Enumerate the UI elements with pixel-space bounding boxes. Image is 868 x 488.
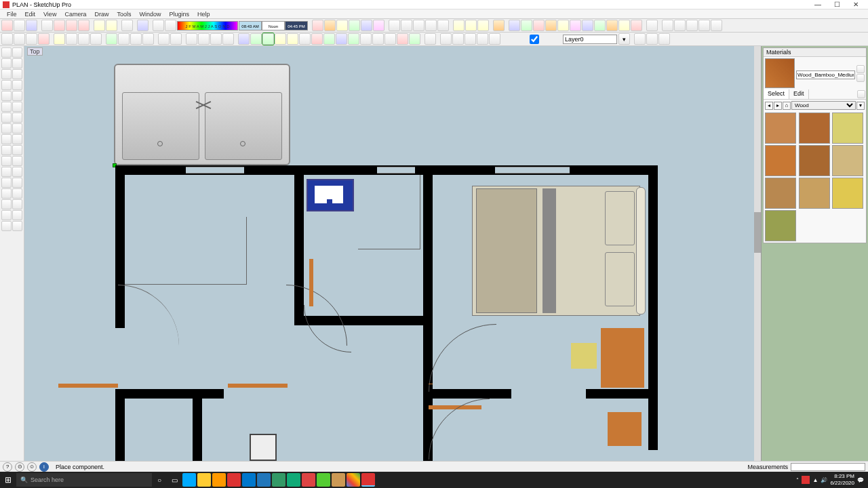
material-swatch[interactable] xyxy=(765,210,796,241)
solid-1-icon[interactable] xyxy=(646,20,658,31)
sphere-9-icon[interactable] xyxy=(606,20,618,31)
viewport[interactable]: Top Endpoint xyxy=(24,46,761,461)
material-swatch[interactable] xyxy=(832,145,863,176)
excel-icon[interactable] xyxy=(287,473,300,487)
solid-intersect-icon[interactable] xyxy=(698,20,710,31)
monochrome-icon[interactable] xyxy=(437,20,449,31)
orbit-icon[interactable] xyxy=(186,33,197,45)
layer-visible-checkbox[interactable] xyxy=(507,35,561,44)
rotate-tool-icon[interactable] xyxy=(1,113,12,123)
rect-icon[interactable] xyxy=(54,33,65,45)
outer-shell-icon[interactable] xyxy=(425,33,436,45)
globe-icon[interactable] xyxy=(493,20,505,31)
dimension-icon[interactable] xyxy=(311,33,323,45)
pan-icon[interactable] xyxy=(198,33,210,45)
top-icon[interactable] xyxy=(324,20,336,31)
previous-icon[interactable] xyxy=(465,20,477,31)
circle-tool-icon[interactable] xyxy=(1,80,12,90)
follow-me-icon[interactable] xyxy=(336,33,347,45)
menu-plugins[interactable]: Plugins xyxy=(165,11,193,18)
tray-network-icon[interactable]: ▲ xyxy=(812,477,818,483)
layer-select[interactable] xyxy=(563,35,617,44)
text-tool-icon[interactable] xyxy=(12,145,22,155)
redo-icon[interactable] xyxy=(106,20,117,31)
menu-tools[interactable]: Tools xyxy=(113,11,135,18)
sphere-11-icon[interactable] xyxy=(631,20,642,31)
sphere-10-icon[interactable] xyxy=(618,20,630,31)
open-icon[interactable] xyxy=(14,20,25,31)
geo-1-icon[interactable] xyxy=(634,33,646,45)
undo-icon[interactable] xyxy=(94,20,105,31)
zoom-ext-tool-icon[interactable] xyxy=(12,178,22,188)
eraser-tool-icon[interactable] xyxy=(1,58,12,68)
paint-icon[interactable] xyxy=(26,33,37,45)
cortana-icon[interactable]: ○ xyxy=(153,473,166,487)
line-tool-icon[interactable] xyxy=(12,69,22,79)
current-material-swatch[interactable] xyxy=(765,58,795,88)
polygon-icon[interactable] xyxy=(372,33,384,45)
scale-tool-icon[interactable] xyxy=(1,123,12,134)
material-swatch[interactable] xyxy=(832,113,863,144)
default-material-icon[interactable] xyxy=(856,74,865,82)
recorder-icon[interactable] xyxy=(227,473,241,487)
walk-tool-icon[interactable] xyxy=(1,210,12,220)
tray-app-icon[interactable] xyxy=(802,476,810,484)
menu-view[interactable]: View xyxy=(39,11,60,18)
copy-icon[interactable] xyxy=(54,20,65,31)
protractor-icon[interactable] xyxy=(323,33,335,45)
geo-3-icon[interactable] xyxy=(658,33,670,45)
material-swatch[interactable] xyxy=(832,178,863,209)
material-name-field[interactable] xyxy=(796,70,855,79)
minimize-button[interactable]: — xyxy=(808,0,827,9)
shaded-icon[interactable] xyxy=(413,20,425,31)
sphere-4-icon[interactable] xyxy=(545,20,557,31)
walk-icon[interactable] xyxy=(238,33,250,45)
vertical-scrollbar[interactable] xyxy=(754,46,761,461)
sphere-7-icon[interactable] xyxy=(582,20,593,31)
menu-camera[interactable]: Camera xyxy=(60,11,90,18)
start-button[interactable]: ⊞ xyxy=(0,472,16,488)
followme-tool-icon[interactable] xyxy=(12,113,22,123)
front-icon[interactable] xyxy=(336,20,348,31)
rotate-icon[interactable] xyxy=(130,33,142,45)
pan-tool-icon[interactable] xyxy=(12,167,22,177)
solid-a-icon[interactable] xyxy=(440,33,452,45)
print-icon[interactable] xyxy=(121,20,133,31)
rect-tool-icon[interactable] xyxy=(1,69,12,79)
look-icon[interactable] xyxy=(250,33,262,45)
shaded-texture-icon[interactable] xyxy=(425,20,437,31)
offset-icon[interactable] xyxy=(142,33,154,45)
close-button[interactable]: ✕ xyxy=(846,0,865,9)
component-icon[interactable] xyxy=(14,33,25,45)
sphere-6-icon[interactable] xyxy=(570,20,581,31)
tray-clock[interactable]: 8:23 PM 6/22/2020 xyxy=(830,473,854,487)
circle-icon[interactable] xyxy=(78,33,90,45)
menu-help[interactable]: Help xyxy=(193,11,214,18)
tray-chevron-icon[interactable]: ˄ xyxy=(796,477,799,483)
right-icon[interactable] xyxy=(349,20,360,31)
material-swatch[interactable] xyxy=(765,178,796,209)
whatsapp-icon[interactable] xyxy=(272,473,285,487)
geo-2-icon[interactable] xyxy=(646,33,658,45)
tape-tool-icon[interactable] xyxy=(1,134,12,144)
solid-subtract-icon[interactable] xyxy=(674,20,686,31)
tray-volume-icon[interactable]: 🔊 xyxy=(821,477,827,483)
solid-split-icon[interactable] xyxy=(711,20,722,31)
eyedropper-icon[interactable] xyxy=(857,90,865,98)
axes-tool-icon[interactable] xyxy=(1,156,12,166)
wireframe-icon[interactable] xyxy=(389,20,400,31)
mail-icon[interactable] xyxy=(242,473,256,487)
create-material-icon[interactable] xyxy=(856,65,865,73)
solid-union-icon[interactable] xyxy=(662,20,673,31)
section-tool-icon[interactable] xyxy=(12,210,22,220)
status-info-icon[interactable]: i xyxy=(39,462,49,472)
model-info-icon[interactable] xyxy=(137,20,149,31)
hidden-line-icon[interactable] xyxy=(401,20,412,31)
taskbar-search[interactable]: 🔍 Search here xyxy=(16,473,152,487)
dimension-tool-icon[interactable] xyxy=(12,134,22,144)
select-icon[interactable] xyxy=(1,33,13,45)
store-icon[interactable] xyxy=(212,473,226,487)
zoom-window-icon[interactable] xyxy=(222,33,234,45)
menu-draw[interactable]: Draw xyxy=(90,11,113,18)
solid-b-icon[interactable] xyxy=(452,33,464,45)
